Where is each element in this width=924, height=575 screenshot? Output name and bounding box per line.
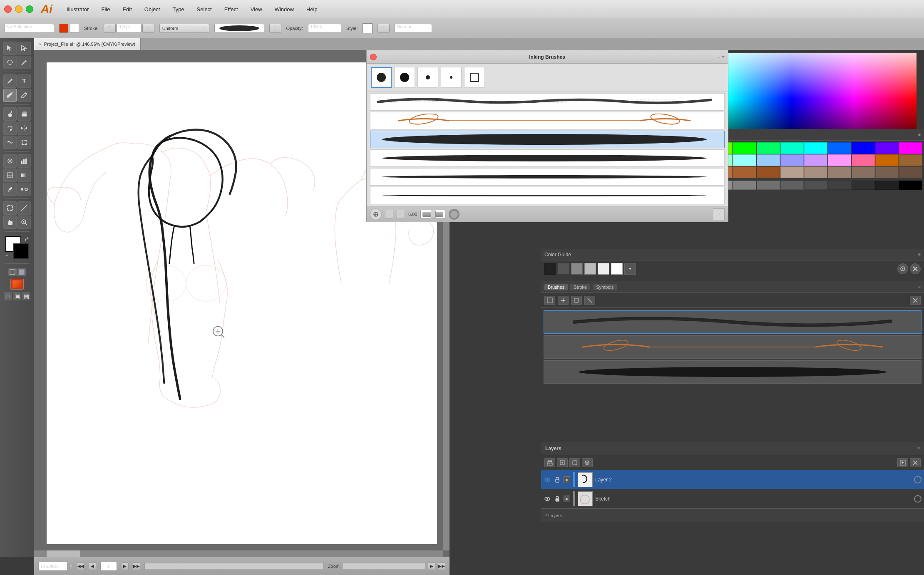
brush-type-selector[interactable]: Uniform ▼	[159, 24, 209, 33]
swatch-warm-4[interactable]	[852, 166, 875, 178]
menu-object[interactable]: Object	[142, 5, 163, 13]
brush-dot-1[interactable]	[371, 67, 392, 88]
brushes-options[interactable]: ≡	[918, 285, 921, 289]
brush-tool-2[interactable]	[558, 296, 569, 305]
lasso-tool[interactable]	[3, 56, 17, 69]
brush-sample-3-selected[interactable]	[370, 131, 725, 148]
swatch-light-violet[interactable]	[804, 154, 827, 166]
swatch-warm-6[interactable]	[899, 166, 922, 178]
color-guide-options[interactable]: ≡	[918, 252, 921, 257]
artboard-tool[interactable]	[3, 201, 17, 215]
menu-effect[interactable]: Effect	[222, 5, 241, 13]
stroke-value[interactable]: 0.8 pt	[117, 24, 142, 33]
inking-panel-menu[interactable]: ≡	[722, 55, 725, 59]
hand-tool[interactable]	[3, 216, 17, 229]
brush-size-slider[interactable]	[420, 210, 445, 219]
swatches-panel-options[interactable]: ≡	[918, 132, 921, 137]
swatch-r2-10[interactable]	[757, 181, 780, 190]
symbols-tab[interactable]: Symbols	[593, 284, 617, 290]
swatch-skin-9[interactable]	[733, 166, 756, 178]
layers-tool-3[interactable]	[569, 458, 580, 467]
zoom-tool[interactable]	[17, 216, 31, 229]
swatch-r2-11[interactable]	[780, 181, 804, 190]
swatch-skin-10[interactable]	[757, 166, 780, 178]
canvas-scrollbar-horizontal[interactable]	[34, 550, 443, 557]
doc-select[interactable]: Docum...	[395, 24, 432, 33]
cg-swatch-2[interactable]	[558, 263, 569, 275]
swatch-violet[interactable]	[875, 142, 899, 154]
menu-select[interactable]: Select	[194, 5, 214, 13]
swatch-warm-5[interactable]	[875, 166, 899, 178]
swatch-pale-cyan[interactable]	[733, 154, 756, 166]
menu-help[interactable]: Help	[304, 5, 320, 13]
layers-new-layer-btn[interactable]	[897, 458, 908, 467]
sketch-target[interactable]	[914, 495, 922, 503]
cg-swatch-4[interactable]	[584, 263, 596, 275]
layers-tool-4[interactable]	[582, 458, 593, 467]
footer-icon-1[interactable]	[370, 208, 382, 220]
swap-colors[interactable]: ⇄	[25, 236, 29, 242]
layer2-lock[interactable]	[554, 476, 561, 483]
background-color[interactable]	[13, 243, 29, 259]
swatch-warm-1[interactable]	[780, 166, 804, 178]
graph-tool[interactable]	[17, 154, 31, 168]
brush-item-1[interactable]	[544, 310, 922, 334]
swatch-pink[interactable]	[828, 154, 851, 166]
cg-swatch-3[interactable]	[571, 263, 583, 275]
panel-close-btn-footer[interactable]: ✕	[713, 208, 725, 220]
brush-dot-5[interactable]	[464, 67, 485, 88]
swatch-light-blue[interactable]	[757, 154, 780, 166]
pen-tool[interactable]	[3, 74, 17, 88]
layer-row-layer2[interactable]: ▶ Layer 2	[541, 470, 924, 489]
brush-sample-2[interactable]	[370, 112, 725, 129]
file-tab[interactable]: × Project_File.ai* @ 146.96% (CMYK/Previ…	[34, 38, 141, 50]
cg-swatch-1[interactable]	[544, 263, 556, 275]
quick-mask-btn[interactable]	[17, 268, 26, 276]
cg-swatch-6[interactable]	[611, 263, 623, 275]
swatch-brown-orange[interactable]	[875, 154, 899, 166]
brush-tool-1[interactable]	[544, 296, 555, 305]
inking-panel-close[interactable]	[370, 54, 377, 60]
swatch-r2-14[interactable]	[852, 181, 875, 190]
stroke-tab[interactable]: Stroke	[570, 284, 590, 290]
free-transform-tool[interactable]	[17, 136, 31, 149]
brush-options-btn[interactable]: ▼	[269, 24, 281, 33]
brush-tool-delete[interactable]	[910, 296, 921, 305]
swatch-blue[interactable]	[828, 142, 851, 154]
maximize-button[interactable]	[26, 5, 33, 13]
stroke-decrease[interactable]: ▼	[104, 24, 116, 33]
type-tool[interactable]: T	[17, 74, 31, 88]
layers-options[interactable]: ≡	[917, 446, 920, 451]
menu-window[interactable]: Window	[272, 5, 296, 13]
close-button[interactable]	[4, 5, 12, 13]
eyedropper-tool[interactable]	[3, 183, 17, 196]
swatch-green[interactable]	[733, 142, 756, 154]
tab-close-icon[interactable]: ×	[39, 42, 42, 47]
minimize-button[interactable]	[15, 5, 22, 13]
zoom-dropdown-icon[interactable]: ▼	[69, 564, 73, 568]
menu-type[interactable]: Type	[170, 5, 186, 13]
cg-tool-1[interactable]	[897, 263, 908, 274]
fill-color-swatch[interactable]	[70, 24, 79, 33]
brush-tool-3[interactable]	[571, 296, 582, 305]
normal-mode-btn[interactable]	[8, 268, 17, 276]
nav-first-btn[interactable]: ◀◀	[77, 563, 84, 570]
nav-prev-btn[interactable]: ◀	[89, 563, 96, 570]
no-selection-select[interactable]: No Selection	[4, 24, 54, 33]
cg-dropdown[interactable]: ▼	[624, 263, 636, 275]
blob-brush-tool[interactable]	[3, 107, 17, 121]
brush-sample-4[interactable]	[370, 149, 725, 167]
slice-tool[interactable]	[17, 201, 31, 215]
zoom-input[interactable]: 146.96%	[38, 562, 67, 571]
magic-wand-tool[interactable]	[17, 56, 31, 69]
swatch-r2-16[interactable]	[899, 181, 922, 190]
swatch-brown[interactable]	[899, 154, 922, 166]
end-btn[interactable]: ▶▶	[438, 563, 445, 570]
layer-row-sketch[interactable]: ▶ Sketch	[541, 489, 924, 508]
eraser-tool[interactable]	[17, 107, 31, 121]
swatch-cyan[interactable]	[804, 142, 827, 154]
scroll-thumb-h[interactable]	[47, 550, 80, 557]
warp-tool[interactable]	[3, 136, 17, 149]
cg-tool-2[interactable]	[910, 263, 921, 274]
stroke-increase[interactable]: ▲	[142, 24, 154, 33]
